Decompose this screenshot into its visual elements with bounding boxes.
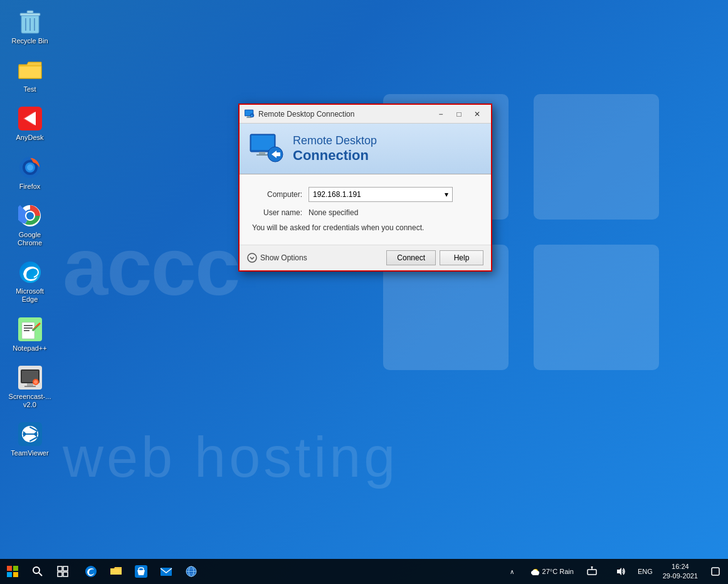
taskbar-clock[interactable]: 16:24 29-09-2021 [658, 559, 703, 584]
svg-point-48 [248, 253, 256, 262]
desktop-icon-test[interactable]: Test [6, 55, 53, 97]
taskbar-explorer-icon[interactable] [103, 559, 129, 584]
rdp-maximize-button[interactable]: □ [450, 107, 468, 121]
svg-rect-45 [259, 152, 265, 154]
svg-rect-50 [13, 566, 18, 571]
desktop-icon-anydesk[interactable]: AnyDesk [6, 103, 53, 145]
rdp-title-text: Remote Desktop Connection [258, 110, 432, 119]
rdp-username-row: User name: None specified [252, 208, 478, 217]
desktop-icon-firefox[interactable]: Firefox [6, 152, 53, 194]
rdp-show-options-button[interactable]: Show Options [247, 253, 307, 263]
svg-rect-44 [251, 135, 274, 150]
taskbar-volume-icon[interactable] [608, 559, 633, 584]
taskbar-store-icon[interactable] [129, 559, 154, 584]
svg-rect-62 [161, 568, 172, 576]
taskbar-start-button[interactable] [0, 559, 25, 584]
taskbar-date: 29-09-2021 [663, 571, 698, 581]
svg-rect-5 [20, 13, 40, 16]
firefox-icon [18, 155, 43, 180]
taskbar-notification-button[interactable] [703, 559, 728, 584]
taskbar-search-button[interactable] [25, 559, 50, 584]
svg-rect-1 [534, 94, 659, 220]
svg-point-16 [27, 164, 33, 171]
anydesk-label: AnyDesk [16, 134, 43, 142]
taskbar-weather-icon[interactable]: 27°C Rain [528, 559, 576, 584]
taskbar-right: ∧ 27°C Rain [497, 559, 728, 584]
rdp-username-value: None specified [309, 208, 358, 217]
notepadpp-icon [18, 317, 43, 342]
rdp-footer: Show Options Connect Help [240, 245, 491, 270]
svg-rect-46 [256, 154, 268, 156]
rdp-dialog: Remote Desktop Connection − □ ✕ [238, 104, 492, 272]
firefox-label: Firefox [19, 183, 41, 191]
taskbar-mail-icon[interactable] [154, 559, 179, 584]
taskbar-network-icon[interactable] [579, 559, 604, 584]
rdp-connect-button[interactable]: Connect [386, 250, 436, 265]
svg-rect-6 [27, 11, 33, 13]
desktop-icon-recycle-bin[interactable]: Recycle Bin [6, 6, 53, 48]
desktop-icon-notepadpp[interactable]: Notepad++ [6, 314, 53, 356]
rdp-titlebar: Remote Desktop Connection − □ ✕ [240, 105, 491, 124]
svg-rect-55 [58, 566, 62, 571]
screencast-label: Screencast-...v2.0 [9, 393, 51, 409]
svg-rect-49 [7, 566, 12, 571]
rdp-body: Computer: 192.168.1.191 ▾ User name: Non… [240, 174, 491, 245]
taskbar-systray: ∧ 27°C Rain [497, 559, 658, 584]
taskbar-edge-icon[interactable] [78, 559, 103, 584]
svg-rect-41 [246, 117, 251, 118]
screencast-icon [18, 365, 43, 390]
rdp-help-button[interactable]: Help [440, 250, 483, 265]
watermark-bottom: web hosting [63, 425, 728, 490]
rdp-computer-label: Computer: [252, 190, 309, 199]
rdp-computer-input[interactable]: 192.168.1.191 ▾ [309, 187, 453, 202]
taskbar: ∧ 27°C Rain [0, 559, 728, 584]
svg-rect-30 [27, 383, 33, 386]
svg-rect-52 [13, 572, 18, 577]
svg-rect-57 [58, 572, 62, 576]
desktop-icon-teamviewer[interactable]: TeamViewer [6, 418, 53, 460]
anydesk-icon [18, 106, 43, 131]
svg-rect-31 [24, 386, 36, 387]
desktop-icon-screencast[interactable]: Screencast-...v2.0 [6, 362, 53, 412]
rdp-close-button[interactable]: ✕ [468, 107, 486, 121]
recycle-bin-icon [18, 9, 43, 35]
taskbar-time: 16:24 [672, 562, 689, 571]
desktop-icon-microsoft-edge[interactable]: Microsoft Edge [6, 257, 53, 307]
svg-point-53 [33, 567, 40, 573]
rdp-app-icon [245, 109, 255, 119]
taskbar-taskview-button[interactable] [50, 559, 75, 584]
svg-marker-76 [617, 568, 621, 575]
rdp-titlebar-buttons: − □ ✕ [432, 107, 486, 121]
test-folder-icon [18, 58, 43, 83]
taskbar-show-hidden-icon[interactable]: ∧ [500, 559, 525, 584]
desktop-icons: Recycle Bin Test AnyDesk [6, 6, 53, 464]
rdp-header-icon [249, 133, 283, 164]
rdp-show-options-label: Show Options [260, 253, 307, 262]
google-chrome-label: Google Chrome [9, 231, 50, 247]
teamviewer-icon [18, 422, 43, 447]
rdp-header-title: Remote Desktop Connection [293, 134, 377, 164]
rdp-minimize-button[interactable]: − [432, 107, 450, 121]
test-label: Test [23, 85, 36, 93]
svg-rect-51 [7, 572, 12, 577]
language-text: ENG [638, 568, 653, 575]
taskbar-globe-icon[interactable] [179, 559, 204, 584]
svg-rect-3 [534, 245, 659, 370]
svg-point-33 [34, 380, 38, 384]
watermark-top: accc [63, 220, 239, 314]
rdp-computer-row: Computer: 192.168.1.191 ▾ [252, 187, 478, 202]
rdp-username-label: User name: [252, 208, 309, 217]
taskbar-language-indicator[interactable]: ENG [636, 559, 655, 584]
svg-rect-73 [588, 570, 596, 575]
desktop: accc web hosting Recycle Bin [0, 0, 728, 584]
taskbar-pinned-apps [78, 559, 204, 584]
svg-point-75 [591, 566, 593, 568]
weather-text: 27°C Rain [542, 568, 574, 575]
svg-rect-56 [63, 566, 68, 571]
desktop-icon-google-chrome[interactable]: Google Chrome [6, 200, 53, 250]
rdp-header-line2: Connection [293, 147, 377, 164]
svg-rect-58 [63, 572, 68, 576]
rdp-computer-value: 192.168.1.191 [313, 190, 361, 199]
svg-line-54 [39, 573, 42, 576]
svg-rect-72 [532, 573, 539, 575]
